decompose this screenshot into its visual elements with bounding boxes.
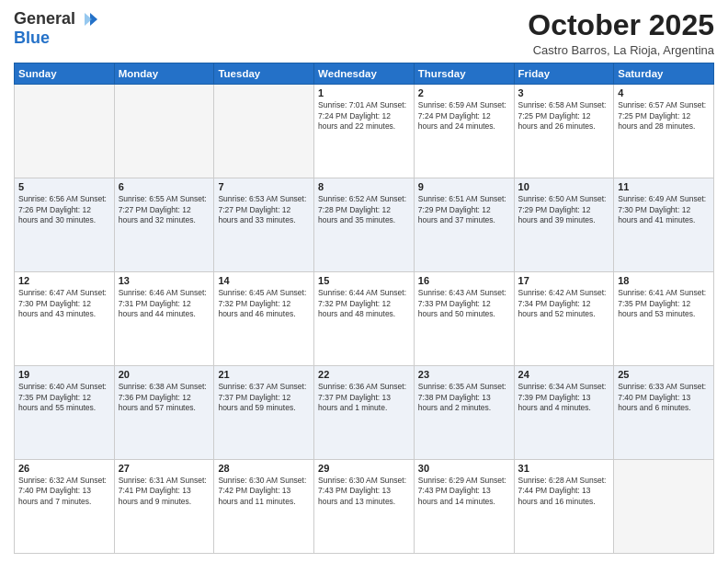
day-info: Sunrise: 6:56 AM Sunset: 7:26 PM Dayligh… <box>18 194 110 225</box>
day-number: 4 <box>618 87 710 98</box>
day-number: 21 <box>218 369 310 380</box>
table-row <box>614 460 714 554</box>
day-number: 8 <box>318 181 410 192</box>
calendar-week-row: 19Sunrise: 6:40 AM Sunset: 7:35 PM Dayli… <box>15 366 714 460</box>
table-row: 30Sunrise: 6:29 AM Sunset: 7:43 PM Dayli… <box>414 460 514 554</box>
day-info: Sunrise: 6:49 AM Sunset: 7:30 PM Dayligh… <box>618 194 710 225</box>
col-friday: Friday <box>514 63 614 85</box>
day-info: Sunrise: 6:42 AM Sunset: 7:34 PM Dayligh… <box>518 288 610 319</box>
day-number: 2 <box>418 87 510 98</box>
day-info: Sunrise: 6:40 AM Sunset: 7:35 PM Dayligh… <box>18 382 110 413</box>
day-number: 1 <box>318 87 410 98</box>
day-number: 12 <box>18 275 110 286</box>
day-info: Sunrise: 6:35 AM Sunset: 7:38 PM Dayligh… <box>418 382 510 413</box>
day-info: Sunrise: 6:32 AM Sunset: 7:40 PM Dayligh… <box>18 476 110 507</box>
day-info: Sunrise: 6:46 AM Sunset: 7:31 PM Dayligh… <box>119 288 210 319</box>
day-info: Sunrise: 6:50 AM Sunset: 7:29 PM Dayligh… <box>518 194 610 225</box>
day-info: Sunrise: 6:53 AM Sunset: 7:27 PM Dayligh… <box>218 194 310 225</box>
table-row: 11Sunrise: 6:49 AM Sunset: 7:30 PM Dayli… <box>614 178 714 272</box>
table-row: 2Sunrise: 6:59 AM Sunset: 7:24 PM Daylig… <box>414 85 514 178</box>
table-row: 6Sunrise: 6:55 AM Sunset: 7:27 PM Daylig… <box>114 178 214 272</box>
table-row <box>114 85 214 178</box>
page: General Blue October 2025 Castro Barros,… <box>0 0 728 563</box>
day-info: Sunrise: 6:33 AM Sunset: 7:40 PM Dayligh… <box>618 382 710 413</box>
table-row: 8Sunrise: 6:52 AM Sunset: 7:28 PM Daylig… <box>314 178 415 272</box>
day-number: 15 <box>318 275 410 286</box>
day-info: Sunrise: 6:37 AM Sunset: 7:37 PM Dayligh… <box>218 382 310 413</box>
day-number: 16 <box>418 275 510 286</box>
day-info: Sunrise: 6:41 AM Sunset: 7:35 PM Dayligh… <box>618 288 710 319</box>
logo-icon <box>77 9 97 29</box>
calendar-week-row: 12Sunrise: 6:47 AM Sunset: 7:30 PM Dayli… <box>15 272 714 366</box>
table-row: 20Sunrise: 6:38 AM Sunset: 7:36 PM Dayli… <box>114 366 214 460</box>
calendar-table: Sunday Monday Tuesday Wednesday Thursday… <box>14 63 714 554</box>
day-number: 25 <box>618 369 710 380</box>
table-row: 3Sunrise: 6:58 AM Sunset: 7:25 PM Daylig… <box>514 85 614 178</box>
day-info: Sunrise: 6:30 AM Sunset: 7:43 PM Dayligh… <box>318 476 410 507</box>
day-number: 11 <box>618 181 710 192</box>
table-row: 26Sunrise: 6:32 AM Sunset: 7:40 PM Dayli… <box>15 460 115 554</box>
day-number: 31 <box>518 463 610 474</box>
day-number: 9 <box>418 181 510 192</box>
day-info: Sunrise: 6:43 AM Sunset: 7:33 PM Dayligh… <box>418 288 510 319</box>
day-number: 6 <box>119 181 210 192</box>
day-info: Sunrise: 7:01 AM Sunset: 7:24 PM Dayligh… <box>318 100 410 132</box>
table-row: 24Sunrise: 6:34 AM Sunset: 7:39 PM Dayli… <box>514 366 614 460</box>
calendar-week-row: 5Sunrise: 6:56 AM Sunset: 7:26 PM Daylig… <box>15 178 714 272</box>
day-number: 30 <box>418 463 510 474</box>
day-info: Sunrise: 6:34 AM Sunset: 7:39 PM Dayligh… <box>518 382 610 413</box>
table-row: 4Sunrise: 6:57 AM Sunset: 7:25 PM Daylig… <box>614 85 714 178</box>
table-row: 14Sunrise: 6:45 AM Sunset: 7:32 PM Dayli… <box>214 272 314 366</box>
day-number: 17 <box>518 275 610 286</box>
day-number: 19 <box>18 369 110 380</box>
table-row <box>15 85 115 178</box>
logo-blue: Blue <box>14 29 50 47</box>
day-info: Sunrise: 6:58 AM Sunset: 7:25 PM Dayligh… <box>518 100 610 132</box>
day-number: 18 <box>618 275 710 286</box>
day-info: Sunrise: 6:55 AM Sunset: 7:27 PM Dayligh… <box>119 194 210 225</box>
table-row: 21Sunrise: 6:37 AM Sunset: 7:37 PM Dayli… <box>214 366 314 460</box>
day-number: 22 <box>318 369 410 380</box>
table-row: 10Sunrise: 6:50 AM Sunset: 7:29 PM Dayli… <box>514 178 614 272</box>
day-info: Sunrise: 6:29 AM Sunset: 7:43 PM Dayligh… <box>418 476 510 507</box>
table-row: 18Sunrise: 6:41 AM Sunset: 7:35 PM Dayli… <box>614 272 714 366</box>
table-row: 31Sunrise: 6:28 AM Sunset: 7:44 PM Dayli… <box>514 460 614 554</box>
day-number: 20 <box>119 369 210 380</box>
day-info: Sunrise: 6:30 AM Sunset: 7:42 PM Dayligh… <box>218 476 310 507</box>
day-number: 23 <box>418 369 510 380</box>
day-info: Sunrise: 6:52 AM Sunset: 7:28 PM Dayligh… <box>318 194 410 225</box>
table-row: 15Sunrise: 6:44 AM Sunset: 7:32 PM Dayli… <box>314 272 415 366</box>
col-saturday: Saturday <box>614 63 714 85</box>
table-row: 7Sunrise: 6:53 AM Sunset: 7:27 PM Daylig… <box>214 178 314 272</box>
day-info: Sunrise: 6:47 AM Sunset: 7:30 PM Dayligh… <box>18 288 110 319</box>
table-row: 17Sunrise: 6:42 AM Sunset: 7:34 PM Dayli… <box>514 272 614 366</box>
table-row: 13Sunrise: 6:46 AM Sunset: 7:31 PM Dayli… <box>114 272 214 366</box>
table-row: 23Sunrise: 6:35 AM Sunset: 7:38 PM Dayli… <box>414 366 514 460</box>
table-row: 1Sunrise: 7:01 AM Sunset: 7:24 PM Daylig… <box>314 85 415 178</box>
col-wednesday: Wednesday <box>314 63 415 85</box>
col-thursday: Thursday <box>414 63 514 85</box>
header-row: Sunday Monday Tuesday Wednesday Thursday… <box>15 63 714 85</box>
table-row: 29Sunrise: 6:30 AM Sunset: 7:43 PM Dayli… <box>314 460 415 554</box>
day-number: 29 <box>318 463 410 474</box>
col-sunday: Sunday <box>15 63 115 85</box>
day-info: Sunrise: 6:44 AM Sunset: 7:32 PM Dayligh… <box>318 288 410 319</box>
logo: General Blue <box>14 9 97 48</box>
day-info: Sunrise: 6:38 AM Sunset: 7:36 PM Dayligh… <box>119 382 210 413</box>
day-number: 26 <box>18 463 110 474</box>
day-number: 3 <box>518 87 610 98</box>
col-tuesday: Tuesday <box>214 63 314 85</box>
table-row: 25Sunrise: 6:33 AM Sunset: 7:40 PM Dayli… <box>614 366 714 460</box>
day-number: 10 <box>518 181 610 192</box>
day-number: 14 <box>218 275 310 286</box>
day-info: Sunrise: 6:59 AM Sunset: 7:24 PM Dayligh… <box>418 100 510 132</box>
day-info: Sunrise: 6:45 AM Sunset: 7:32 PM Dayligh… <box>218 288 310 319</box>
header: General Blue October 2025 Castro Barros,… <box>14 9 714 57</box>
table-row: 12Sunrise: 6:47 AM Sunset: 7:30 PM Dayli… <box>15 272 115 366</box>
day-number: 5 <box>18 181 110 192</box>
table-row <box>214 85 314 178</box>
title-block: October 2025 Castro Barros, La Rioja, Ar… <box>528 9 714 57</box>
table-row: 22Sunrise: 6:36 AM Sunset: 7:37 PM Dayli… <box>314 366 415 460</box>
day-info: Sunrise: 6:57 AM Sunset: 7:25 PM Dayligh… <box>618 100 710 132</box>
day-number: 7 <box>218 181 310 192</box>
